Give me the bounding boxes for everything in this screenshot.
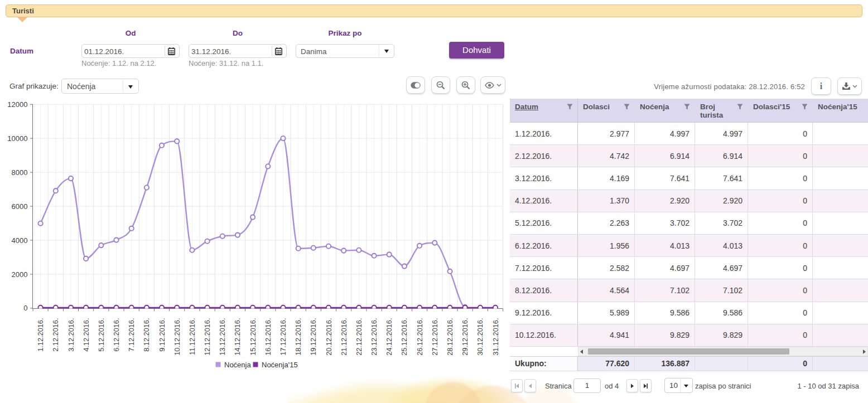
svg-text:26.12.2016.: 26.12.2016. — [416, 318, 424, 356]
svg-text:21.12.2016.: 21.12.2016. — [340, 318, 348, 356]
svg-text:28.12.2016.: 28.12.2016. — [446, 318, 454, 356]
svg-text:22.12.2016.: 22.12.2016. — [355, 318, 363, 356]
svg-text:6000: 6000 — [12, 202, 28, 211]
svg-text:11.12.2016.: 11.12.2016. — [188, 318, 196, 355]
svg-text:25.12.2016.: 25.12.2016. — [400, 318, 408, 356]
svg-text:2000: 2000 — [12, 270, 28, 279]
svg-text:4000: 4000 — [12, 236, 28, 245]
svg-text:2.12.2016.: 2.12.2016. — [51, 318, 60, 352]
svg-text:10000: 10000 — [7, 134, 27, 143]
svg-text:12.12.2016.: 12.12.2016. — [203, 318, 211, 356]
svg-text:3.12.2016.: 3.12.2016. — [67, 318, 75, 352]
svg-text:9.12.2016.: 9.12.2016. — [158, 318, 166, 352]
svg-text:10.12.2016.: 10.12.2016. — [173, 318, 181, 356]
svg-text:23.12.2016.: 23.12.2016. — [370, 318, 378, 356]
svg-text:30.12.2016.: 30.12.2016. — [476, 318, 484, 356]
svg-text:1.12.2016.: 1.12.2016. — [36, 318, 45, 352]
svg-text:20.12.2016.: 20.12.2016. — [325, 318, 333, 356]
svg-text:16.12.2016.: 16.12.2016. — [264, 318, 272, 356]
svg-text:24.12.2016.: 24.12.2016. — [385, 318, 393, 356]
svg-text:6.12.2016.: 6.12.2016. — [112, 318, 120, 352]
svg-text:15.12.2016.: 15.12.2016. — [249, 318, 257, 356]
svg-text:27.12.2016.: 27.12.2016. — [431, 318, 439, 356]
svg-text:13.12.2016.: 13.12.2016. — [218, 318, 226, 356]
svg-text:Noćenja: Noćenja — [224, 361, 251, 369]
svg-text:19.12.2016.: 19.12.2016. — [309, 318, 317, 356]
svg-text:0: 0 — [23, 304, 27, 312]
svg-text:7.12.2016.: 7.12.2016. — [127, 318, 136, 352]
svg-text:8000: 8000 — [12, 168, 28, 177]
svg-text:14.12.2016.: 14.12.2016. — [233, 318, 242, 356]
svg-text:18.12.2016.: 18.12.2016. — [294, 318, 302, 356]
svg-text:12000: 12000 — [7, 100, 27, 109]
svg-text:29.12.2016.: 29.12.2016. — [461, 318, 469, 356]
svg-text:8.12.2016.: 8.12.2016. — [142, 318, 151, 352]
svg-text:17.12.2016.: 17.12.2016. — [279, 318, 287, 356]
svg-text:4.12.2016.: 4.12.2016. — [82, 318, 90, 352]
svg-text:Noćenja'15: Noćenja'15 — [262, 361, 298, 369]
svg-text:31.12.2016.: 31.12.2016. — [491, 318, 500, 356]
svg-text:5.12.2016.: 5.12.2016. — [97, 318, 105, 352]
